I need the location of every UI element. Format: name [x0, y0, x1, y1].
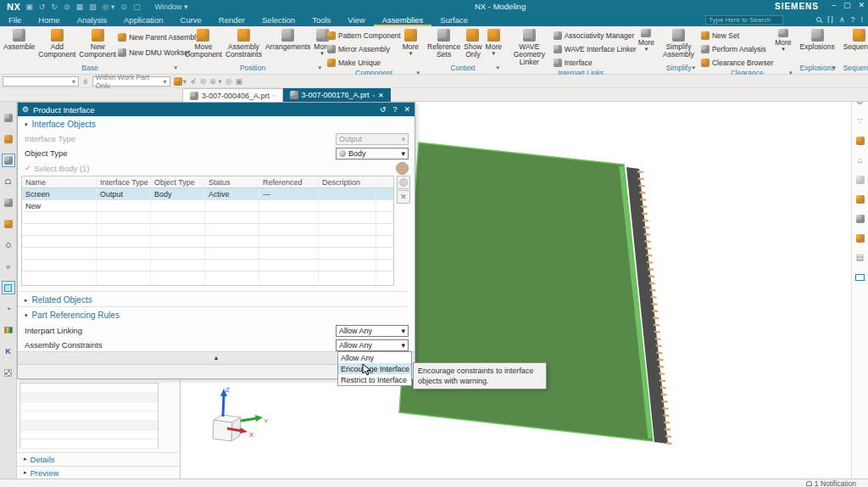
- snap-point-dropdown[interactable]: ▾: [174, 77, 187, 86]
- notes-icon[interactable]: ▤: [854, 251, 866, 264]
- mirror-assembly-button[interactable]: Mirror Assembly: [327, 43, 401, 55]
- mic-icon[interactable]: ⊙: [120, 3, 127, 11]
- annotation-icon[interactable]: K: [2, 344, 15, 358]
- option-restrict-to-interface[interactable]: Restrict to Interface: [338, 374, 411, 385]
- tree-row[interactable]: [20, 439, 158, 449]
- dialog-reset-icon[interactable]: ↺: [380, 105, 387, 114]
- assembly-navigator-icon[interactable]: [2, 111, 15, 125]
- part-tab-000176[interactable]: 3-007-000176_A.prt ▫ ✕: [283, 88, 391, 102]
- tree-row[interactable]: [20, 393, 158, 402]
- associativity-manager-button[interactable]: Associativity Manager: [554, 30, 637, 42]
- tree-row[interactable]: [20, 411, 158, 421]
- find-component-icon[interactable]: [2, 238, 15, 252]
- menu-curve[interactable]: Curve: [172, 14, 210, 26]
- window-switch-icon[interactable]: ▢: [133, 3, 141, 11]
- home-view-icon[interactable]: ⌂: [854, 154, 866, 166]
- select-body-button[interactable]: [396, 162, 409, 175]
- sequence-button[interactable]: Sequence: [842, 28, 868, 52]
- wave-geometry-linker-button[interactable]: WAVE Geometry Linker: [505, 28, 554, 67]
- snap-option-5-icon[interactable]: ▣: [236, 77, 243, 86]
- tree-row[interactable]: [20, 402, 158, 411]
- notification-badge[interactable]: 1 Notification: [806, 479, 856, 487]
- new-set-button[interactable]: New Set: [701, 30, 773, 42]
- window-menu[interactable]: Window ▾: [154, 3, 187, 11]
- dialog-close-icon[interactable]: ✕: [403, 105, 410, 114]
- menu-tools[interactable]: Tools: [303, 14, 339, 26]
- pattern-checker-icon[interactable]: [2, 366, 15, 379]
- tree-row[interactable]: [20, 430, 158, 439]
- fullscreen-icon[interactable]: ⌈⌋: [827, 15, 833, 24]
- restore-button[interactable]: ▢: [843, 1, 851, 9]
- menu-home[interactable]: Home: [30, 14, 68, 26]
- layers-icon[interactable]: [854, 193, 866, 205]
- assembly-constraints-combo[interactable]: Allow Any ▾: [336, 339, 409, 351]
- mirror-tool-icon[interactable]: [854, 212, 866, 225]
- move-component-button[interactable]: Move Component: [183, 28, 224, 59]
- table-row[interactable]: [22, 260, 393, 271]
- related-objects-section[interactable]: ▸ Related Objects: [18, 291, 408, 307]
- snap-option-4-icon[interactable]: ◎: [225, 77, 232, 86]
- snap-option-2-icon[interactable]: ⊜: [200, 77, 207, 86]
- option-encourage-interface[interactable]: Encourage Interface: [338, 363, 411, 374]
- touch-mode-icon[interactable]: ◎ ▾: [102, 3, 114, 11]
- details-section-header[interactable]: ▸ Details: [17, 452, 181, 465]
- chevron-down-icon[interactable]: ▾: [497, 64, 500, 71]
- palette-icon[interactable]: [2, 323, 15, 337]
- dialog-header[interactable]: ⚙ Product Interface ↺ ? ✕: [18, 103, 415, 116]
- chevron-down-icon[interactable]: ▾: [692, 64, 695, 71]
- context-more-button[interactable]: More ▾: [484, 28, 504, 57]
- undo-icon[interactable]: ↺: [39, 3, 46, 11]
- table-row[interactable]: [22, 212, 393, 224]
- reuse-library-icon[interactable]: [2, 196, 15, 210]
- interpart-more-button[interactable]: More ▾: [637, 28, 656, 53]
- paste-icon[interactable]: ▧: [89, 3, 97, 11]
- pattern-component-button[interactable]: Pattern Component: [327, 30, 401, 42]
- sketch-tools-icon[interactable]: [2, 217, 15, 231]
- show-only-button[interactable]: Show Only: [462, 28, 483, 59]
- history-clock-icon[interactable]: ◔: [2, 302, 15, 316]
- preview-section-header[interactable]: ▸ Preview: [17, 466, 181, 479]
- stamp-tool-icon[interactable]: [854, 134, 866, 147]
- table-row[interactable]: [22, 224, 393, 236]
- add-component-button[interactable]: Add Component: [36, 28, 77, 59]
- menu-surface[interactable]: Surface: [431, 14, 476, 26]
- table-row-new[interactable]: New: [22, 200, 393, 212]
- reference-sets-button[interactable]: Reference Sets: [426, 28, 462, 59]
- redo-icon[interactable]: ↻: [51, 3, 58, 11]
- save-icon[interactable]: ▣: [25, 3, 33, 11]
- chevron-down-icon[interactable]: ▾: [318, 64, 321, 71]
- part-referencing-rules-section[interactable]: ▾ Part Referencing Rules: [18, 306, 408, 322]
- command-search-input[interactable]: Type Here to Search: [705, 15, 783, 25]
- menu-selection[interactable]: Selection: [253, 14, 303, 26]
- chevron-down-icon[interactable]: ▾: [174, 64, 177, 71]
- clearance-more-button[interactable]: More ▾: [773, 28, 793, 53]
- snap-option-1-icon[interactable]: ⊀: [190, 77, 197, 86]
- snap-option-3-icon[interactable]: ⊕ ▾: [209, 77, 222, 86]
- tree-row[interactable]: [20, 383, 158, 393]
- chevron-down-icon[interactable]: ▾: [832, 64, 836, 71]
- dialog-help-icon[interactable]: ?: [392, 105, 397, 114]
- assemble-button[interactable]: Assemble: [2, 28, 36, 52]
- wave-interface-linker-button[interactable]: WAVE Interface Linker: [554, 43, 637, 55]
- filter-icon[interactable]: ⋔: [82, 77, 89, 86]
- simplify-assembly-button[interactable]: Simplify Assembly: [661, 28, 696, 59]
- menu-view[interactable]: View: [339, 14, 373, 26]
- perform-analysis-button[interactable]: Perform Analysis: [701, 43, 773, 55]
- search-icon[interactable]: [816, 17, 821, 22]
- component-more-button[interactable]: More ▾: [401, 28, 420, 57]
- copy-icon[interactable]: ▦: [75, 3, 83, 11]
- part-navigator-icon[interactable]: [2, 154, 15, 167]
- help-icon[interactable]: ?: [850, 15, 854, 24]
- cut-icon[interactable]: ⊘: [64, 3, 70, 11]
- table-row[interactable]: [22, 271, 393, 283]
- menu-file[interactable]: File: [0, 14, 30, 26]
- close-tab-icon[interactable]: ✕: [378, 92, 384, 99]
- minimize-button[interactable]: –: [832, 1, 836, 9]
- web-browser-icon[interactable]: [2, 281, 15, 294]
- table-row-screen[interactable]: Screen Output Body Active ---: [22, 188, 393, 200]
- sphere-icon[interactable]: ●: [2, 260, 15, 273]
- assembly-constraints-button[interactable]: Assembly Constraints: [224, 28, 264, 59]
- navigator-tree-list[interactable]: [19, 383, 159, 449]
- remove-row-button[interactable]: ✕: [397, 190, 410, 204]
- selection-scope-combo[interactable]: Within Work Part Only▾: [92, 76, 170, 87]
